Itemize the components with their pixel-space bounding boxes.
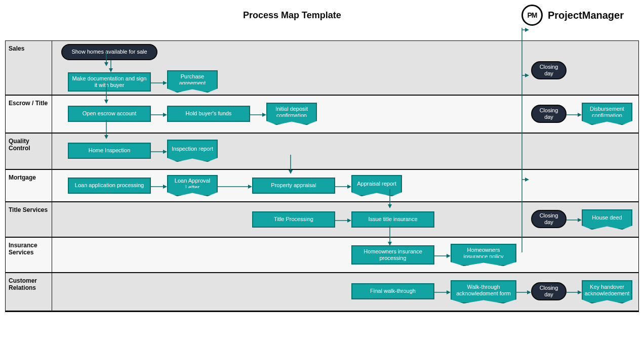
svg-marker-7 [262,113,266,117]
document-loan-approval: Loan Approval Letter [167,175,218,192]
svg-marker-9 [578,113,582,117]
svg-marker-29 [578,290,582,294]
process-make-doc: Make documentation and sign it with buye… [68,72,151,92]
document-disbursement: Disbursement confirmation [582,103,632,121]
lane-insurance: Insurance Services Homeowners insurance … [6,238,638,273]
lane-label: Customer Relations [6,273,52,311]
process-loan-processing: Loan application processing [68,178,151,194]
lane-title: Title Services Title Processing Issue ti… [6,202,638,238]
brand-name: ProjectManager [548,10,624,21]
svg-marker-25 [447,290,451,294]
brand: PM ProjectManager [521,5,624,26]
lane-escrow: Escrow / Title Open escrow account Hold … [6,96,638,134]
document-walk-ack: Walk-through acknowledgment form [451,280,516,299]
terminator-closing-customer: Closing day [531,282,567,300]
process-property-appraisal: Property appraisal [252,178,335,194]
svg-marker-1 [109,68,113,72]
document-house-deed: House deed [582,209,632,226]
terminator-closing-title: Closing day [531,210,567,228]
process-home-inspection: Home Inspection [68,143,151,159]
lane-label: Quality Control [6,134,52,169]
page-title: Process Map Template [243,10,341,21]
process-hold-funds: Hold buyer's funds [167,106,250,122]
terminator-closing-escrow: Closing day [531,105,567,123]
svg-marker-5 [163,113,167,117]
svg-marker-23 [447,254,451,258]
lane-label: Escrow / Title [6,96,52,133]
process-final-walk: Final walk-through [351,283,434,299]
lane-mortgage: Mortgage Loan application processing Loa… [6,170,638,202]
svg-marker-21 [578,218,582,222]
document-homeowners-policy: Homeowners insurance policy [451,244,516,262]
svg-marker-13 [163,185,167,189]
process-homeowners-proc: Homeowners insurance processing [351,245,434,265]
svg-marker-19 [347,218,351,223]
svg-marker-3 [163,81,167,85]
process-open-escrow: Open escrow account [68,106,151,122]
process-grid: Sales Show homes available for sale Make… [5,40,639,312]
brand-logo-icon: PM [521,5,543,26]
document-initial-deposit: Initial deposit confirmation [266,103,317,121]
svg-marker-11 [163,150,167,154]
lane-sales: Sales Show homes available for sale Make… [6,41,638,96]
svg-marker-27 [527,290,531,294]
lane-quality: Quality Control Home Inspection Inspecti… [6,134,638,170]
lane-label: Insurance Services [6,238,52,272]
document-key-handover: Key handover acknowledgement [582,280,632,299]
document-inspection-report: Inspection report [167,140,218,158]
svg-marker-15 [248,185,252,189]
lane-customer: Customer Relations Final walk-through Wa… [6,273,638,312]
lane-label: Sales [6,41,52,95]
document-purchase-agreement: Purchase agreement [167,70,218,89]
header: Process Map Template PM ProjectManager [0,0,644,30]
terminator-show-homes: Show homes available for sale [61,44,157,60]
process-issue-title-insurance: Issue title insurance [351,211,434,228]
svg-marker-17 [347,185,351,189]
lane-label: Mortgage [6,170,52,201]
terminator-closing-sales: Closing day [531,61,567,79]
process-title-processing: Title Processing [252,211,335,228]
document-appraisal-report: Appraisal report [351,175,402,192]
lane-label: Title Services [6,202,52,237]
